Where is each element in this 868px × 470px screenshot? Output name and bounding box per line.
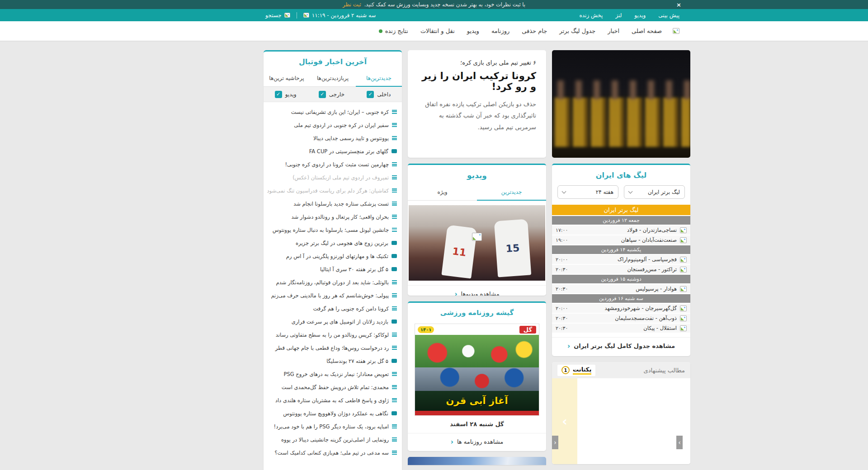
news-tab[interactable]: جدیدترین‌ها (356, 71, 402, 86)
news-list-item[interactable]: ژاوی و پاسخ قاطعی که به مشتریان ستاره هل… (264, 394, 402, 407)
league-full-table-link[interactable]: مشاهده جدول کامل لیگ برتر ایران ‹ (552, 337, 690, 354)
news-filter-checkbox[interactable]: ویدیو✓ (275, 91, 297, 98)
news-list-item[interactable]: تمیروف در اردوی تیم ملی ازبکستان (عکس) (264, 171, 402, 184)
news-list-item[interactable]: تکنیک ها و مهارتهای لورنزو پلگرینی در آ … (264, 249, 402, 263)
nav-item[interactable]: جدول لیگ برتر (559, 28, 595, 34)
submit-feedback-link[interactable]: ثبت نظر (343, 1, 361, 8)
news-list-item[interactable]: گلهای برتر منچسترسیتی در FA CUP (264, 145, 402, 158)
nav-item[interactable]: صفحه اصلی (632, 28, 662, 34)
news-tab[interactable]: پرحاشیه ترین‌ها (264, 71, 310, 86)
league-select-value: لیگ برتر ایران (648, 189, 680, 195)
more-videos-link[interactable]: مشاهده ویدیوها ‹ (408, 285, 546, 296)
news-list-item[interactable]: کره جنوبی – ایران؛ این بازی تشریفاتی نیس… (264, 105, 402, 118)
news-text-icon (392, 451, 397, 455)
news-list-item[interactable]: نگاهی به عملکرد دوژان ولاهوویچ ستاره یوو… (264, 407, 402, 420)
news-text-icon (392, 228, 397, 232)
match-row[interactable]: صنعت‌نفت‌آبادان - سپاهان۱۹:۰۰ (552, 235, 690, 244)
carousel-next-button[interactable]: › (676, 436, 683, 449)
match-row[interactable]: تراکتور - مس‌رفسنجان۲۰:۳۰ (552, 265, 690, 274)
next-section-partial-image (408, 457, 546, 465)
news-list-item[interactable]: تست پزشکی ستاره جدید بارسلونا انجام شد (264, 197, 402, 210)
news-list-item[interactable]: رونمایی از اصلی‌ترین گزینه جانشینی دیبال… (264, 433, 402, 446)
video-tab[interactable]: جدیدترین (477, 185, 546, 200)
live-dot-icon (379, 29, 382, 33)
nav-item-label: جدول لیگ برتر (559, 28, 595, 34)
news-list-item[interactable]: بحران واقعی؛ کار پرتغال و رونالدو دشوار … (264, 210, 402, 223)
news-item-text: کره جنوبی – ایران؛ این بازی تشریفاتی نیس… (291, 109, 389, 115)
carousel-prev-button[interactable]: ‹ (552, 436, 558, 449)
video-thumbnail[interactable]: 11 15 (409, 205, 545, 281)
nav-item[interactable]: جام حذفی (522, 28, 547, 34)
news-list-item[interactable]: پیولی: خوش‌شانسم که هر روز با مالدینی حر… (264, 289, 402, 302)
news-list-item[interactable]: لوکاکو: کریس رونالدو من را به سطح متفاوت… (264, 328, 402, 341)
news-list-item[interactable]: ۵ گل برتر هفته ۲۷ بوندسلیگا (264, 354, 402, 367)
video-icon (392, 254, 397, 258)
topbar-menu-item[interactable]: پیش بینی (658, 12, 679, 19)
news-item-text: تکنیک ها و مهارتهای لورنزو پلگرینی در آ … (286, 253, 388, 259)
news-text-icon (392, 333, 397, 337)
news-list-item[interactable]: کفاشیان: هرگز دلم برای ریاست فدراسیون تن… (264, 184, 402, 197)
news-list-item[interactable]: سه مدعی در تیم ملی؛ هم‌بازی کنعانی کدامی… (264, 446, 402, 459)
match-row[interactable]: هوادار - پرسپولیس۲۰:۳۰ (552, 284, 690, 293)
league-select[interactable]: لیگ برتر ایران (624, 185, 685, 199)
yektanet-wordmark: یکتانت (573, 366, 591, 375)
nav-item[interactable]: ویدیو (467, 28, 479, 34)
match-row[interactable]: گل‌گهرسیرجان - شهرخودرومشهد۲۰:۰۰ (552, 304, 690, 313)
match-row[interactable]: نساجی‌مازندران - فولاد۱۷:۰۰ (552, 226, 690, 235)
news-list-item[interactable]: محمدی: تمام تلاش درویش حفظ گل‌محمدی است (264, 381, 402, 394)
broken-image-icon (680, 286, 687, 292)
news-item-text: تعویض معنادار؛ نیمار نزدیک به درهای خروج… (283, 371, 389, 377)
match-time: ۲۰:۳۰ (556, 286, 568, 292)
league-table-header: لیگ برتر ایران (552, 205, 690, 215)
match-row[interactable]: استقلال - پیکان۲۰:۳۰ (552, 324, 690, 333)
match-time: ۲۰:۳۰ (556, 267, 568, 273)
news-list-item[interactable]: رد درخواست روس‌ها؛ وداع قطعی با جام جهان… (264, 341, 402, 354)
leagues-title: لیگ های ایران (552, 165, 690, 184)
close-icon[interactable]: × (676, 0, 681, 9)
broken-image-icon (472, 233, 482, 241)
nav-item[interactable]: نقل و انتقالات (420, 28, 455, 34)
news-filter-checkbox[interactable]: خارجی✓ (319, 91, 344, 98)
more-newspapers-link[interactable]: مشاهده روزنامه ها ‹ (408, 433, 546, 450)
nav-item[interactable]: اخبار (608, 28, 619, 34)
news-list-item[interactable]: ۵ گل برتر هفته ۳۰ سری آ ایتالیا (264, 263, 402, 276)
nav-item-label: روزنامه (491, 28, 509, 34)
date-label: سه شنبه ۲ فروردین - ۱۱:۱۹ (312, 12, 376, 19)
yektanet-logo[interactable]: یکتانت 1 (557, 365, 595, 376)
news-list-item[interactable]: کرونا دامن کره جنوبی را هم گرفت (264, 302, 402, 315)
nav-item[interactable]: روزنامه (491, 28, 509, 34)
ad-image[interactable]: › (552, 378, 577, 464)
topbar-menu-item[interactable]: ویدیو (634, 12, 646, 19)
main-nav: صفحه اصلیاخبارجدول لیگ برترجام حذفیروزنا… (0, 21, 868, 41)
news-tab[interactable]: پربازدیدترین‌ها (310, 71, 356, 86)
week-select[interactable]: هفته ۲۴ (557, 185, 618, 199)
site-logo-broken-image-icon[interactable] (673, 28, 679, 34)
news-list-item[interactable]: چهارمین تست مثبت کرونا در اردوی کره جنوب… (264, 158, 402, 171)
news-list-item[interactable]: تعویض معنادار؛ نیمار نزدیک به درهای خروج… (264, 367, 402, 381)
topbar-menu-item[interactable]: لنز (615, 12, 622, 19)
nav-item[interactable]: نتایج زنده (379, 28, 408, 34)
news-list-item[interactable]: یوونتوس و تایید رسمی جدایی دیبالا (264, 132, 402, 145)
hero-title[interactable]: کرونا ترکیب ایران را زیر و رو کرد! (418, 70, 536, 92)
news-list-item[interactable]: بازدید زلاتان از اتومبیل های پر سرعت فرا… (264, 315, 402, 328)
news-list-item[interactable]: جانشین لیونل مسی؛ بارسلونا به دنبال ستار… (264, 223, 402, 236)
video-tab[interactable]: ویژه (408, 185, 477, 200)
search-button[interactable]: جستجو (265, 12, 290, 19)
hero-article-image[interactable] (552, 50, 690, 158)
news-list-item[interactable]: برترین زوج های هجومی در لیگ برتر جزیره (264, 236, 402, 249)
topbar-menu-item[interactable]: پخش زنده (580, 12, 603, 19)
news-filter-checkbox[interactable]: داخلی✓ (367, 91, 391, 98)
video-icon (392, 267, 397, 271)
news-list-item[interactable]: بالوتلی: شاید بعد از دوران فوتبالم، روزن… (264, 276, 402, 289)
jersey-number: 11 (452, 245, 467, 258)
newspaper-cover[interactable]: گل ۱۴۰۱ آغاز آبی قرن (415, 324, 539, 416)
video-icon (392, 411, 397, 415)
match-row[interactable]: فجرسپاسی - آلومینیوم‌اراک۲۰:۰۰ (552, 255, 690, 264)
news-list-item[interactable]: سفیر ایران در کره جنوبی در اردوی تیم ملی (264, 118, 402, 132)
news-item-text: کرونا دامن کره جنوبی را هم گرفت (313, 306, 389, 312)
suggested-title: مطالب پیشنهادی (644, 367, 685, 374)
search-icon (284, 13, 290, 18)
jersey-number: 15 (505, 242, 520, 254)
match-row[interactable]: ذوب‌آهن - نفت‌مسجدسلیمان۲۰:۳۰ (552, 314, 690, 323)
news-list-item[interactable]: امباپه برود، یک ستاره دیگر PSG را هم با … (264, 420, 402, 433)
